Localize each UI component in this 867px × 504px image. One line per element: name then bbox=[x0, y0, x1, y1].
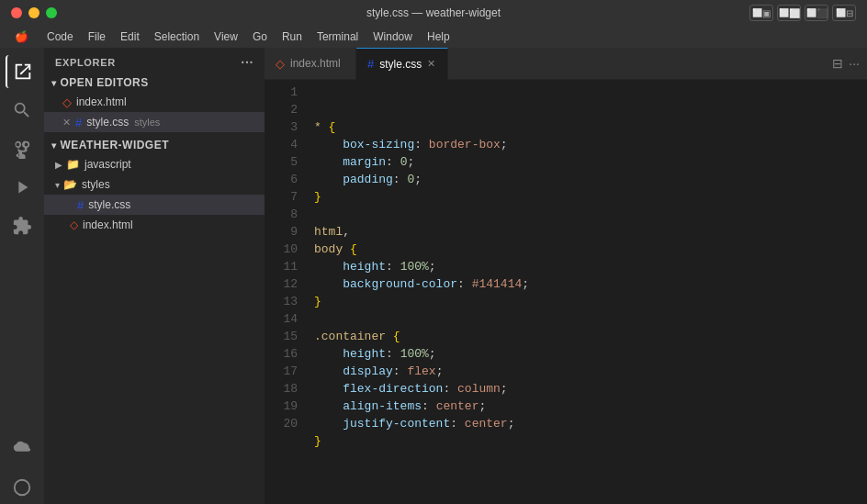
editor-content[interactable]: 1234567891011121314151617181920 * { box-… bbox=[265, 80, 867, 504]
tab-index-html[interactable]: ◇ index.html bbox=[265, 48, 356, 80]
layout-button-2[interactable]: ⬜ bbox=[777, 5, 801, 21]
extensions-icon[interactable] bbox=[6, 209, 39, 242]
code-line: margin: 0; bbox=[314, 153, 867, 171]
line-number: 17 bbox=[265, 363, 307, 380]
open-editor-style-css[interactable]: ✕ # style.css styles bbox=[44, 112, 265, 132]
style-css-file[interactable]: # style.css bbox=[44, 195, 265, 215]
code-line: flex-direction: column; bbox=[314, 380, 867, 398]
line-number: 3 bbox=[265, 118, 307, 136]
styles-folder-name: styles bbox=[82, 178, 110, 191]
source-control-icon[interactable] bbox=[6, 132, 39, 165]
menu-go[interactable]: Go bbox=[245, 26, 275, 48]
layout-button-3[interactable]: ⬛ bbox=[805, 5, 828, 21]
code-line: padding: 0; bbox=[314, 171, 867, 188]
open-editors-chevron: ▾ bbox=[51, 78, 56, 88]
open-editor-index-name: index.html bbox=[76, 95, 127, 108]
code-area[interactable]: * { box-sizing: border-box; margin: 0; p… bbox=[307, 80, 867, 504]
sidebar: EXPLORER ··· ▾ OPEN EDITORS ◇ index.html… bbox=[44, 48, 265, 504]
menu-window[interactable]: Window bbox=[366, 26, 420, 48]
code-line: display: flex; bbox=[314, 363, 867, 380]
styles-folder[interactable]: ▾ 📂 styles bbox=[44, 174, 265, 195]
styles-folder-icon: 📂 bbox=[63, 178, 77, 191]
open-editor-index-html[interactable]: ◇ index.html bbox=[44, 92, 265, 112]
layout-button-4[interactable]: ⊟ bbox=[832, 5, 856, 21]
window-controls: ▣ ⬜ ⬛ ⊟ bbox=[749, 5, 856, 21]
menu-view[interactable]: View bbox=[207, 26, 245, 48]
line-number: 15 bbox=[265, 328, 307, 345]
css-file-icon: # bbox=[75, 116, 82, 129]
javascript-chevron: ▶ bbox=[55, 160, 62, 170]
open-editors-section[interactable]: ▾ OPEN EDITORS bbox=[44, 73, 265, 92]
code-line: align-items: center; bbox=[314, 398, 867, 415]
minimize-button[interactable] bbox=[28, 7, 39, 18]
line-number: 16 bbox=[265, 345, 307, 363]
code-line bbox=[314, 310, 867, 328]
line-number: 5 bbox=[265, 153, 307, 171]
line-numbers: 1234567891011121314151617181920 bbox=[265, 80, 307, 504]
window-title: style.css — weather-widget bbox=[366, 6, 501, 19]
line-number: 14 bbox=[265, 310, 307, 328]
tab-split-button[interactable]: ⊟ ··· bbox=[825, 56, 867, 71]
index-html-name: index.html bbox=[83, 218, 133, 231]
titlebar: style.css — weather-widget ▣ ⬜ ⬛ ⊟ bbox=[0, 0, 867, 26]
tab-style-css-label: style.css bbox=[379, 58, 422, 71]
code-line bbox=[314, 206, 867, 223]
tab-style-css[interactable]: # style.css ✕ bbox=[356, 48, 448, 80]
code-line: justify-content: center; bbox=[314, 415, 867, 432]
line-number: 12 bbox=[265, 275, 307, 293]
docker-icon[interactable] bbox=[6, 432, 39, 465]
html-file-icon: ◇ bbox=[62, 95, 72, 109]
sidebar-header: EXPLORER ··· bbox=[44, 48, 265, 73]
menu-edit[interactable]: Edit bbox=[113, 26, 147, 48]
javascript-folder-icon: 📁 bbox=[66, 158, 80, 171]
tab-html-icon: ◇ bbox=[276, 57, 285, 71]
line-number: 11 bbox=[265, 258, 307, 275]
javascript-folder-name: javascript bbox=[84, 158, 131, 171]
line-number: 2 bbox=[265, 101, 307, 118]
open-editor-style-folder: styles bbox=[134, 117, 160, 128]
explorer-icon[interactable] bbox=[6, 55, 39, 88]
sidebar-more-button[interactable]: ··· bbox=[241, 55, 253, 70]
style-css-icon: # bbox=[77, 198, 84, 212]
menu-help[interactable]: Help bbox=[420, 26, 457, 48]
tab-css-icon: # bbox=[367, 57, 374, 71]
menu-apple[interactable]: 🍎 bbox=[7, 26, 36, 48]
javascript-folder[interactable]: ▶ 📁 javascript bbox=[44, 154, 265, 174]
code-line: body { bbox=[314, 241, 867, 258]
line-number: 4 bbox=[265, 136, 307, 153]
code-line bbox=[314, 450, 867, 467]
menubar: 🍎 Code File Edit Selection View Go Run T… bbox=[0, 26, 867, 48]
activitybar bbox=[0, 48, 44, 504]
menu-selection[interactable]: Selection bbox=[147, 26, 207, 48]
code-line: .container { bbox=[314, 328, 867, 345]
remote-icon[interactable] bbox=[6, 471, 39, 504]
index-html-file[interactable]: ◇ index.html bbox=[44, 215, 265, 235]
menu-file[interactable]: File bbox=[81, 26, 113, 48]
line-number: 20 bbox=[265, 415, 307, 432]
tab-close-button[interactable]: ✕ bbox=[427, 58, 435, 70]
run-debug-icon[interactable] bbox=[6, 171, 39, 204]
line-number: 19 bbox=[265, 398, 307, 415]
style-css-name: style.css bbox=[88, 198, 130, 211]
project-label: WEATHER-WIDGET bbox=[60, 139, 168, 151]
line-number: 9 bbox=[265, 223, 307, 241]
project-section[interactable]: ▾ WEATHER-WIDGET bbox=[44, 136, 265, 154]
code-line: } bbox=[314, 188, 867, 206]
search-icon[interactable] bbox=[6, 94, 39, 127]
editor-area: ◇ index.html # style.css ✕ ⊟ ··· 1234567… bbox=[265, 48, 867, 504]
tabs-bar: ◇ index.html # style.css ✕ ⊟ ··· bbox=[265, 48, 867, 80]
close-style-css-button[interactable]: ✕ bbox=[62, 117, 71, 129]
main-layout: EXPLORER ··· ▾ OPEN EDITORS ◇ index.html… bbox=[0, 48, 867, 504]
maximize-button[interactable] bbox=[46, 7, 57, 18]
line-number: 8 bbox=[265, 206, 307, 223]
line-number: 6 bbox=[265, 171, 307, 188]
close-button[interactable] bbox=[11, 7, 22, 18]
tab-index-html-label: index.html bbox=[290, 57, 341, 70]
menu-run[interactable]: Run bbox=[275, 26, 310, 48]
code-line: html, bbox=[314, 223, 867, 241]
menu-code[interactable]: Code bbox=[39, 26, 81, 48]
index-html-icon: ◇ bbox=[70, 218, 78, 231]
layout-button-1[interactable]: ▣ bbox=[749, 5, 773, 21]
menu-terminal[interactable]: Terminal bbox=[310, 26, 366, 48]
line-number: 13 bbox=[265, 293, 307, 310]
